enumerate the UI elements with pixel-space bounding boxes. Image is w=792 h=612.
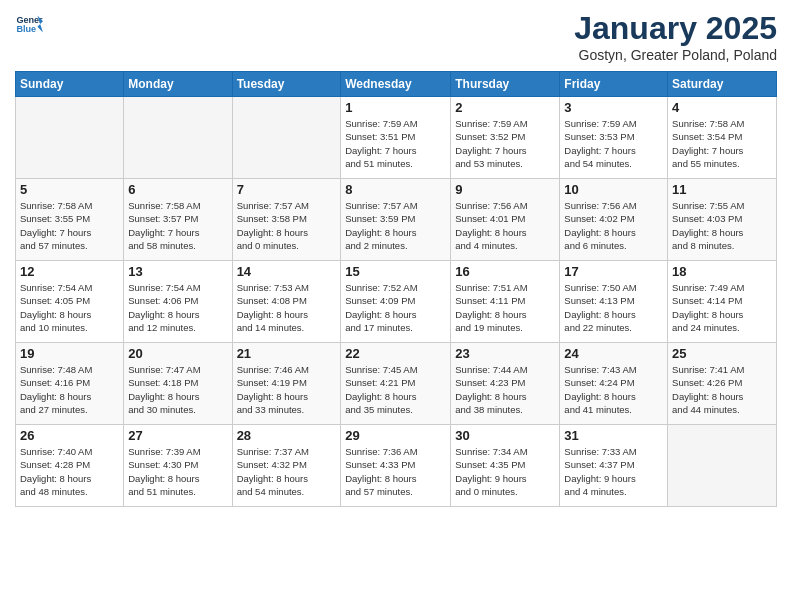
week-row-5: 26Sunrise: 7:40 AM Sunset: 4:28 PM Dayli…: [16, 425, 777, 507]
day-info: Sunrise: 7:48 AM Sunset: 4:16 PM Dayligh…: [20, 363, 119, 416]
day-number: 4: [672, 100, 772, 115]
day-info: Sunrise: 7:54 AM Sunset: 4:06 PM Dayligh…: [128, 281, 227, 334]
location-subtitle: Gostyn, Greater Poland, Poland: [574, 47, 777, 63]
header-row: Sunday Monday Tuesday Wednesday Thursday…: [16, 72, 777, 97]
calendar-cell: [124, 97, 232, 179]
day-info: Sunrise: 7:57 AM Sunset: 3:58 PM Dayligh…: [237, 199, 337, 252]
day-info: Sunrise: 7:55 AM Sunset: 4:03 PM Dayligh…: [672, 199, 772, 252]
calendar-cell: 2Sunrise: 7:59 AM Sunset: 3:52 PM Daylig…: [451, 97, 560, 179]
day-number: 19: [20, 346, 119, 361]
col-tuesday: Tuesday: [232, 72, 341, 97]
col-saturday: Saturday: [668, 72, 777, 97]
calendar-cell: 27Sunrise: 7:39 AM Sunset: 4:30 PM Dayli…: [124, 425, 232, 507]
day-number: 14: [237, 264, 337, 279]
col-wednesday: Wednesday: [341, 72, 451, 97]
day-number: 7: [237, 182, 337, 197]
day-info: Sunrise: 7:56 AM Sunset: 4:01 PM Dayligh…: [455, 199, 555, 252]
day-info: Sunrise: 7:59 AM Sunset: 3:52 PM Dayligh…: [455, 117, 555, 170]
day-info: Sunrise: 7:52 AM Sunset: 4:09 PM Dayligh…: [345, 281, 446, 334]
day-info: Sunrise: 7:51 AM Sunset: 4:11 PM Dayligh…: [455, 281, 555, 334]
calendar-cell: 26Sunrise: 7:40 AM Sunset: 4:28 PM Dayli…: [16, 425, 124, 507]
calendar-cell: 28Sunrise: 7:37 AM Sunset: 4:32 PM Dayli…: [232, 425, 341, 507]
day-number: 6: [128, 182, 227, 197]
day-info: Sunrise: 7:50 AM Sunset: 4:13 PM Dayligh…: [564, 281, 663, 334]
day-info: Sunrise: 7:45 AM Sunset: 4:21 PM Dayligh…: [345, 363, 446, 416]
calendar-cell: 8Sunrise: 7:57 AM Sunset: 3:59 PM Daylig…: [341, 179, 451, 261]
day-number: 20: [128, 346, 227, 361]
calendar-table: Sunday Monday Tuesday Wednesday Thursday…: [15, 71, 777, 507]
header: General Blue January 2025 Gostyn, Greate…: [15, 10, 777, 63]
week-row-3: 12Sunrise: 7:54 AM Sunset: 4:05 PM Dayli…: [16, 261, 777, 343]
calendar-cell: [16, 97, 124, 179]
day-number: 25: [672, 346, 772, 361]
day-number: 18: [672, 264, 772, 279]
day-info: Sunrise: 7:54 AM Sunset: 4:05 PM Dayligh…: [20, 281, 119, 334]
day-number: 28: [237, 428, 337, 443]
day-info: Sunrise: 7:58 AM Sunset: 3:55 PM Dayligh…: [20, 199, 119, 252]
day-number: 12: [20, 264, 119, 279]
title-block: January 2025 Gostyn, Greater Poland, Pol…: [574, 10, 777, 63]
day-info: Sunrise: 7:47 AM Sunset: 4:18 PM Dayligh…: [128, 363, 227, 416]
calendar-cell: [232, 97, 341, 179]
col-thursday: Thursday: [451, 72, 560, 97]
logo-icon: General Blue: [15, 10, 43, 38]
day-info: Sunrise: 7:36 AM Sunset: 4:33 PM Dayligh…: [345, 445, 446, 498]
week-row-2: 5Sunrise: 7:58 AM Sunset: 3:55 PM Daylig…: [16, 179, 777, 261]
day-number: 13: [128, 264, 227, 279]
day-info: Sunrise: 7:39 AM Sunset: 4:30 PM Dayligh…: [128, 445, 227, 498]
col-friday: Friday: [560, 72, 668, 97]
calendar-cell: 24Sunrise: 7:43 AM Sunset: 4:24 PM Dayli…: [560, 343, 668, 425]
day-info: Sunrise: 7:43 AM Sunset: 4:24 PM Dayligh…: [564, 363, 663, 416]
day-number: 15: [345, 264, 446, 279]
main-container: General Blue January 2025 Gostyn, Greate…: [0, 0, 792, 517]
day-number: 31: [564, 428, 663, 443]
day-info: Sunrise: 7:46 AM Sunset: 4:19 PM Dayligh…: [237, 363, 337, 416]
calendar-cell: 19Sunrise: 7:48 AM Sunset: 4:16 PM Dayli…: [16, 343, 124, 425]
calendar-cell: 13Sunrise: 7:54 AM Sunset: 4:06 PM Dayli…: [124, 261, 232, 343]
logo: General Blue: [15, 10, 43, 38]
calendar-cell: 1Sunrise: 7:59 AM Sunset: 3:51 PM Daylig…: [341, 97, 451, 179]
day-number: 16: [455, 264, 555, 279]
day-number: 21: [237, 346, 337, 361]
day-number: 10: [564, 182, 663, 197]
calendar-cell: 9Sunrise: 7:56 AM Sunset: 4:01 PM Daylig…: [451, 179, 560, 261]
calendar-cell: 30Sunrise: 7:34 AM Sunset: 4:35 PM Dayli…: [451, 425, 560, 507]
day-number: 27: [128, 428, 227, 443]
day-number: 1: [345, 100, 446, 115]
day-number: 9: [455, 182, 555, 197]
day-number: 3: [564, 100, 663, 115]
day-number: 17: [564, 264, 663, 279]
calendar-cell: 20Sunrise: 7:47 AM Sunset: 4:18 PM Dayli…: [124, 343, 232, 425]
day-info: Sunrise: 7:40 AM Sunset: 4:28 PM Dayligh…: [20, 445, 119, 498]
day-info: Sunrise: 7:33 AM Sunset: 4:37 PM Dayligh…: [564, 445, 663, 498]
calendar-cell: 31Sunrise: 7:33 AM Sunset: 4:37 PM Dayli…: [560, 425, 668, 507]
calendar-cell: [668, 425, 777, 507]
day-info: Sunrise: 7:57 AM Sunset: 3:59 PM Dayligh…: [345, 199, 446, 252]
calendar-cell: 22Sunrise: 7:45 AM Sunset: 4:21 PM Dayli…: [341, 343, 451, 425]
calendar-cell: 12Sunrise: 7:54 AM Sunset: 4:05 PM Dayli…: [16, 261, 124, 343]
col-sunday: Sunday: [16, 72, 124, 97]
day-info: Sunrise: 7:53 AM Sunset: 4:08 PM Dayligh…: [237, 281, 337, 334]
svg-text:Blue: Blue: [16, 24, 36, 34]
week-row-1: 1Sunrise: 7:59 AM Sunset: 3:51 PM Daylig…: [16, 97, 777, 179]
day-info: Sunrise: 7:41 AM Sunset: 4:26 PM Dayligh…: [672, 363, 772, 416]
day-number: 22: [345, 346, 446, 361]
calendar-cell: 4Sunrise: 7:58 AM Sunset: 3:54 PM Daylig…: [668, 97, 777, 179]
day-number: 26: [20, 428, 119, 443]
day-info: Sunrise: 7:49 AM Sunset: 4:14 PM Dayligh…: [672, 281, 772, 334]
day-info: Sunrise: 7:44 AM Sunset: 4:23 PM Dayligh…: [455, 363, 555, 416]
calendar-cell: 14Sunrise: 7:53 AM Sunset: 4:08 PM Dayli…: [232, 261, 341, 343]
day-number: 2: [455, 100, 555, 115]
day-info: Sunrise: 7:59 AM Sunset: 3:51 PM Dayligh…: [345, 117, 446, 170]
day-number: 24: [564, 346, 663, 361]
calendar-cell: 21Sunrise: 7:46 AM Sunset: 4:19 PM Dayli…: [232, 343, 341, 425]
calendar-cell: 5Sunrise: 7:58 AM Sunset: 3:55 PM Daylig…: [16, 179, 124, 261]
week-row-4: 19Sunrise: 7:48 AM Sunset: 4:16 PM Dayli…: [16, 343, 777, 425]
day-info: Sunrise: 7:34 AM Sunset: 4:35 PM Dayligh…: [455, 445, 555, 498]
col-monday: Monday: [124, 72, 232, 97]
day-number: 30: [455, 428, 555, 443]
calendar-cell: 7Sunrise: 7:57 AM Sunset: 3:58 PM Daylig…: [232, 179, 341, 261]
calendar-cell: 25Sunrise: 7:41 AM Sunset: 4:26 PM Dayli…: [668, 343, 777, 425]
day-number: 5: [20, 182, 119, 197]
calendar-cell: 3Sunrise: 7:59 AM Sunset: 3:53 PM Daylig…: [560, 97, 668, 179]
